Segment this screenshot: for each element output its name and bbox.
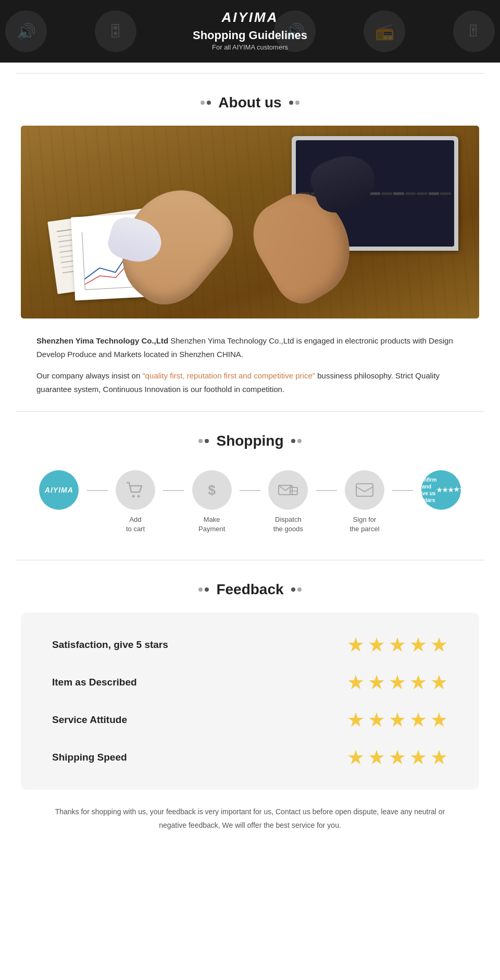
star4: ★ [409,633,427,656]
flow-step-brand: AIYIMA [21,470,97,515]
svg-line-1 [82,232,85,290]
star6: ★ [347,671,365,694]
star9: ★ [409,671,427,694]
feedback-label-shipping: Shipping Speed [52,752,127,763]
star16: ★ [347,746,365,769]
brand-name: AIYIMA [0,9,500,26]
feedback-stars-shipping: ★ ★ ★ ★ ★ [347,746,448,769]
about-text: Shenzhen Yima Technology Co.,Ltd Shenzhe… [36,334,464,396]
dispatch-circle [268,470,308,510]
shopping-title: Shopping [216,433,283,449]
star11: ★ [347,708,365,731]
step-sign-label: Sign forthe parcel [349,515,379,534]
dot4 [295,101,299,105]
confirm-circle: Confirm andgive us 5 stars ★★★ ★★ [421,470,461,510]
star8: ★ [389,671,406,694]
shopping-section-header: Shopping [0,433,500,449]
feedback-row-described: Item as Described ★ ★ ★ ★ ★ [52,671,448,694]
svg-rect-7 [356,484,373,496]
step-payment-label: MakePayment [198,515,225,534]
sign-circle [345,470,384,510]
footer-text: Thanks for shopping with us, your feedba… [42,805,458,831]
divider-1 [16,73,484,74]
feedback-stars-described: ★ ★ ★ ★ ★ [347,671,448,694]
feedback-stars-satisfaction: ★ ★ ★ ★ ★ [347,633,448,656]
dot11 [291,587,295,592]
feedback-header-left-dots [198,587,209,592]
about-paragraph1: Shenzhen Yima Technology Co.,Ltd Shenzhe… [36,334,464,361]
feedback-row-shipping: Shipping Speed ★ ★ ★ ★ ★ [52,746,448,769]
flow-step-dispatch: Dispatchthe goods [250,470,327,534]
svg-point-3 [137,495,140,498]
about-header-left-dots [201,101,211,105]
star5: ★ [430,633,448,656]
feedback-label-satisfaction: Satisfaction, give 5 stars [52,639,168,651]
shopping-flow: AIYIMA Addto cart $ MakePayment Dispat [21,465,479,539]
star1: ★ [347,633,365,656]
step-cart-label: Addto cart [126,515,145,534]
header: 🔊 🎛 🔊 📻 🎚 AIYIMA Shopping Guidelines For… [0,0,500,63]
about-title: About us [218,94,281,111]
feedback-label-service: Service Attitude [52,714,127,726]
feedback-row-service: Service Attitude ★ ★ ★ ★ ★ [52,708,448,731]
feedback-section-header: Feedback [0,581,500,598]
flow-step-sign: Sign forthe parcel [327,470,403,534]
company-name: Shenzhen Yima Technology Co.,Ltd [36,336,168,345]
dot12 [297,587,302,592]
star19: ★ [409,746,427,769]
shopping-header-right-dots [291,439,302,443]
star17: ★ [368,746,385,769]
star2: ★ [368,633,385,656]
dot10 [205,587,209,592]
about-header-right-dots [289,101,299,105]
payment-circle: $ [192,470,232,510]
feedback-header-right-dots [291,587,302,592]
star18: ★ [389,746,406,769]
header-title: Shopping Guidelines [0,29,500,42]
feedback-card: Satisfaction, give 5 stars ★ ★ ★ ★ ★ Ite… [21,612,479,790]
star15: ★ [430,708,448,731]
svg-point-2 [132,495,134,498]
brand-circle: AIYIMA [39,470,79,510]
dot3 [289,101,293,105]
star13: ★ [389,708,406,731]
dot5 [198,439,203,443]
flow-step-cart: Addto cart [97,470,174,534]
feedback-row-satisfaction: Satisfaction, give 5 stars ★ ★ ★ ★ ★ [52,633,448,656]
dot8 [297,439,302,443]
star3: ★ [389,633,406,656]
star12: ★ [368,708,385,731]
feedback-title: Feedback [216,581,283,598]
divider-3 [16,560,484,560]
star14: ★ [409,708,427,731]
feedback-label-described: Item as Described [52,677,137,688]
star7: ★ [368,671,385,694]
cart-circle [116,470,155,510]
feedback-stars-service: ★ ★ ★ ★ ★ [347,708,448,731]
header-subtitle: For all AIYIMA customers [0,43,500,51]
about-image [21,126,479,318]
dot7 [291,439,295,443]
shopping-header-left-dots [198,439,209,443]
divider-2 [16,411,484,412]
dot6 [205,439,209,443]
about-paragraph2: Our company always insist on "quality fi… [36,369,464,396]
step-dispatch-label: Dispatchthe goods [273,515,303,534]
about-section-header: About us [0,94,500,111]
flow-step-confirm: Confirm andgive us 5 stars ★★★ ★★ [403,470,479,515]
star20: ★ [430,746,448,769]
dot1 [201,101,205,105]
star10: ★ [430,671,448,694]
dot2 [207,101,211,105]
dot9 [198,587,203,592]
flow-step-payment: $ MakePayment [173,470,250,534]
